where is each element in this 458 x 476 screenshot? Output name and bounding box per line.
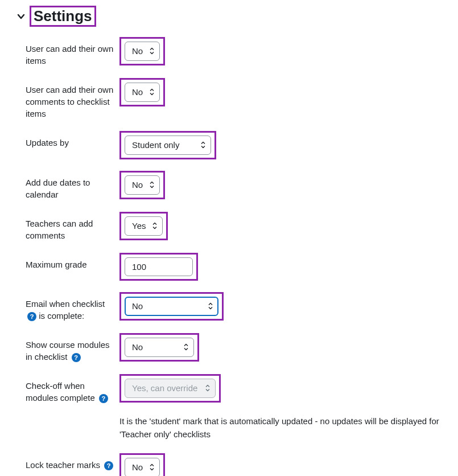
select-show-modules[interactable]: No [125, 338, 194, 357]
chevron-down-icon [17, 13, 25, 20]
select-updates-by[interactable]: Student only [125, 136, 211, 155]
select-user-add-items[interactable]: No [125, 42, 160, 61]
label-user-add-comments: User can add their own comments to check… [26, 78, 119, 120]
highlight-max-grade [119, 253, 198, 281]
select-user-add-comments[interactable]: No [125, 83, 160, 102]
input-max-grade[interactable] [125, 257, 193, 276]
help-icon[interactable]: ? [27, 312, 36, 321]
row-user-add-items: User can add their own items No [26, 37, 452, 67]
select-lock-teacher[interactable]: No [125, 458, 160, 476]
highlight-show-modules: No [119, 333, 199, 362]
label-user-add-items: User can add their own items [26, 37, 119, 67]
label-max-grade: Maximum grade [26, 253, 119, 270]
help-icon[interactable]: ? [104, 461, 113, 470]
note-text: It is the 'student' mark that is automat… [119, 415, 452, 441]
label-add-due-dates: Add due dates to calendar [26, 171, 119, 200]
highlight-email-complete: No [119, 292, 224, 321]
settings-section-header[interactable]: Settings [17, 6, 452, 27]
row-teachers-comments: Teachers can add comments Yes [26, 212, 452, 241]
highlight-teachers-comments: Yes [119, 212, 168, 240]
highlight-user-add-comments: No [119, 78, 165, 106]
label-lock-teacher: Lock teacher marks ? [26, 453, 119, 471]
section-title: Settings [30, 6, 96, 27]
select-email-complete[interactable]: No [125, 297, 218, 316]
select-add-due-dates[interactable]: No [125, 175, 160, 195]
row-add-due-dates: Add due dates to calendar No [26, 171, 452, 200]
row-show-modules: Show course modules in checklist ? No [26, 333, 452, 363]
select-checkoff-modules: Yes, can override [125, 379, 216, 398]
label-checkoff-modules: Check-off when modules complete ? [26, 374, 119, 404]
row-checkoff-modules: Check-off when modules complete ? Yes, c… [26, 374, 452, 404]
highlight-add-due-dates: No [119, 171, 165, 199]
help-icon[interactable]: ? [72, 353, 81, 362]
highlight-updates-by: Student only [119, 131, 216, 159]
label-updates-by: Updates by [26, 131, 119, 149]
row-email-complete: Email when checklist ? is complete: No [26, 292, 452, 322]
row-max-grade: Maximum grade [26, 253, 452, 281]
select-teachers-comments[interactable]: Yes [125, 216, 163, 236]
row-lock-teacher: Lock teacher marks ? No [26, 453, 452, 476]
label-teachers-comments: Teachers can add comments [26, 212, 119, 241]
help-icon[interactable]: ? [99, 394, 108, 403]
label-show-modules: Show course modules in checklist ? [26, 333, 119, 363]
row-user-add-comments: User can add their own comments to check… [26, 78, 452, 120]
row-updates-by: Updates by Student only [26, 131, 452, 159]
highlight-user-add-items: No [119, 37, 165, 65]
highlight-checkoff-modules: Yes, can override [119, 374, 221, 403]
label-email-complete: Email when checklist ? is complete: [26, 292, 119, 322]
highlight-lock-teacher: No [119, 453, 165, 476]
